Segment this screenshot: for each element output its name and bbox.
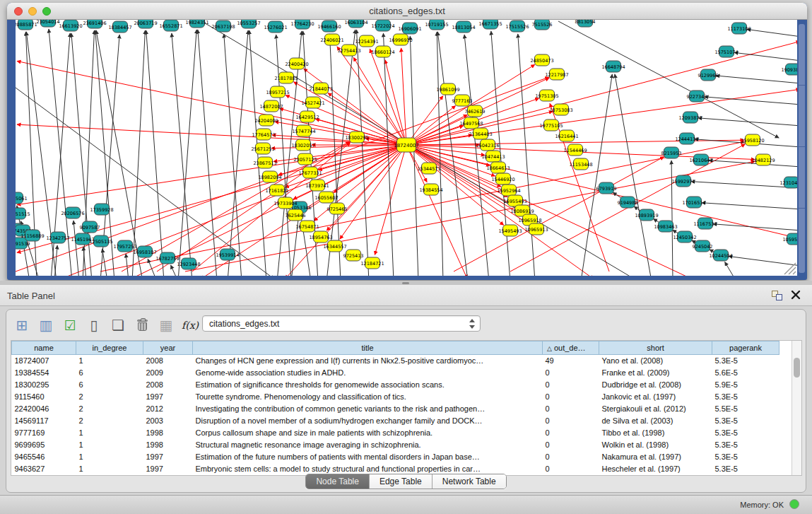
network-node[interactable]: 16063104 bbox=[344, 20, 367, 28]
function-builder-icon[interactable]: f(x) bbox=[180, 315, 200, 335]
table-row[interactable]: 1938455462009Genome-wide association stu… bbox=[12, 367, 779, 379]
network-node[interactable]: 18384457 bbox=[108, 21, 131, 33]
network-node[interactable]: 19093871 bbox=[781, 64, 797, 75]
table-row[interactable]: 946362711997Embryonic stem cells: a mode… bbox=[12, 463, 779, 475]
network-node[interactable]: 15722024 bbox=[371, 20, 394, 31]
table-row[interactable]: 946554611997Estimation of the future num… bbox=[12, 451, 779, 463]
network-node[interactable]: 12444139 bbox=[675, 133, 698, 144]
network-edge[interactable] bbox=[198, 30, 217, 276]
network-edge[interactable] bbox=[178, 30, 196, 276]
delete-trash-icon[interactable] bbox=[132, 315, 152, 335]
network-node[interactable]: 7462619 bbox=[465, 105, 486, 117]
network-edge[interactable] bbox=[132, 30, 145, 276]
column-header-in_degree[interactable]: in_degree bbox=[76, 341, 143, 355]
network-node[interactable]: 11167533 bbox=[693, 218, 717, 229]
network-node[interactable]: 19775105 bbox=[539, 119, 563, 131]
splitter-grip-icon[interactable] bbox=[402, 282, 409, 284]
network-node[interactable]: 15446920 bbox=[491, 173, 514, 185]
tab-edge-table[interactable]: Edge Table bbox=[370, 474, 433, 489]
show-column-icon[interactable]: ▥ bbox=[36, 315, 56, 335]
network-node[interactable]: 10893919 bbox=[635, 209, 658, 221]
network-node[interactable]: 23867513 bbox=[253, 157, 276, 168]
network-edge[interactable] bbox=[725, 262, 736, 276]
network-vertical-scrollbar[interactable] bbox=[799, 24, 805, 273]
network-node[interactable]: 10474413 bbox=[481, 151, 505, 162]
network-node[interactable]: 15495493 bbox=[498, 225, 522, 236]
network-node[interactable]: 12342757 bbox=[46, 232, 69, 243]
network-node[interactable]: 9245042 bbox=[693, 240, 713, 252]
network-edge[interactable] bbox=[172, 33, 192, 276]
network-node[interactable]: 19751305 bbox=[535, 90, 558, 101]
network-node[interactable]: 15344571 bbox=[417, 163, 440, 174]
network-node[interactable]: 21817885 bbox=[274, 72, 298, 83]
column-header-out_de[interactable]: △out_de… bbox=[543, 341, 599, 355]
network-edge[interactable] bbox=[224, 34, 242, 276]
network-selector-dropdown[interactable]: citations_edges.txt bbox=[202, 315, 481, 332]
network-node[interactable]: 18664613 bbox=[486, 162, 510, 173]
network-node[interactable]: 8813054 bbox=[575, 20, 596, 27]
network-node[interactable]: 20637198 bbox=[211, 21, 235, 32]
network-node[interactable]: 9097587 bbox=[80, 221, 100, 233]
table-vertical-scrollbar[interactable] bbox=[792, 341, 801, 475]
network-node[interactable]: 10983463 bbox=[654, 221, 677, 232]
network-node[interactable]: 23054014 bbox=[36, 20, 59, 27]
network-edge[interactable] bbox=[148, 259, 157, 276]
table-row[interactable]: 2242004622012Investigating the contribut… bbox=[12, 403, 779, 415]
network-node[interactable]: 12184721 bbox=[360, 257, 384, 269]
network-node[interactable]: 18739741 bbox=[305, 180, 329, 191]
network-node[interactable]: 18957215 bbox=[266, 86, 289, 98]
network-node[interactable]: 25671251 bbox=[251, 143, 274, 154]
network-node[interactable]: 23691406 bbox=[83, 20, 106, 28]
network-edge[interactable] bbox=[228, 30, 248, 276]
network-edge[interactable] bbox=[581, 74, 612, 276]
network-node[interactable]: 16996910 bbox=[389, 34, 412, 45]
network-edge[interactable] bbox=[671, 160, 673, 276]
network-node[interactable]: 9227343 bbox=[687, 90, 707, 102]
table-row[interactable]: 1872400712008Changes of HCN gene express… bbox=[12, 355, 779, 367]
network-edge[interactable] bbox=[54, 245, 57, 276]
network-node[interactable]: 16906091 bbox=[398, 23, 421, 34]
tab-node-table[interactable]: Node Table bbox=[306, 474, 370, 489]
network-node[interactable]: 9725413 bbox=[343, 250, 364, 261]
network-edge[interactable] bbox=[276, 35, 291, 276]
network-edge[interactable] bbox=[73, 221, 79, 276]
network-node[interactable]: 12093872 bbox=[678, 112, 702, 123]
network-node[interactable]: 18813054 bbox=[452, 21, 475, 33]
column-header-name[interactable]: name bbox=[12, 341, 76, 355]
network-node[interactable]: 17435061 bbox=[16, 192, 28, 204]
network-node[interactable]: 15747744 bbox=[292, 125, 315, 136]
network-node[interactable]: 16216441 bbox=[555, 130, 578, 141]
network-node[interactable]: 14872007 bbox=[259, 100, 283, 112]
network-node[interactable]: 9777163 bbox=[452, 95, 473, 106]
window-titlebar[interactable]: citations_edges.txt bbox=[7, 3, 807, 20]
network-edge[interactable] bbox=[146, 30, 164, 276]
network-node[interactable]: 16648794 bbox=[601, 61, 625, 72]
network-node[interactable]: 17359928 bbox=[90, 204, 113, 215]
network-node[interactable]: 19824351 bbox=[185, 20, 208, 28]
network-node[interactable]: 22406021 bbox=[320, 34, 343, 45]
network-edge[interactable] bbox=[17, 61, 406, 145]
table-row[interactable]: 1830029562008Estimation of significance … bbox=[12, 379, 779, 391]
network-node[interactable]: 11544469 bbox=[563, 144, 587, 156]
network-node[interactable]: 16055607 bbox=[314, 192, 338, 203]
tab-network-table[interactable]: Network Table bbox=[433, 474, 506, 489]
network-node[interactable]: 15751074 bbox=[714, 46, 738, 57]
network-node[interactable]: 7515526 bbox=[532, 20, 553, 30]
table-row[interactable]: 969969511998Structural magnetic resonanc… bbox=[12, 439, 779, 451]
network-node[interactable]: 19861099 bbox=[436, 83, 459, 95]
memory-status-icon[interactable] bbox=[789, 499, 799, 509]
float-window-icon[interactable] bbox=[772, 291, 782, 300]
network-node[interactable]: 17016514 bbox=[682, 197, 705, 208]
network-node[interactable]: 14527421 bbox=[301, 97, 324, 108]
delete-table-icon[interactable]: ▦ bbox=[156, 315, 176, 335]
new-document-icon[interactable]: ❏ bbox=[108, 315, 128, 335]
network-node[interactable]: 16754871 bbox=[295, 221, 319, 232]
network-node[interactable]: 19466160 bbox=[317, 21, 341, 32]
network-edge[interactable] bbox=[100, 141, 744, 271]
network-node[interactable]: 17764230 bbox=[290, 20, 314, 29]
network-edge[interactable] bbox=[340, 145, 406, 239]
scrollbar-thumb[interactable] bbox=[794, 358, 800, 378]
network-node[interactable]: 12254391 bbox=[355, 35, 378, 47]
network-node[interactable]: 18724007 bbox=[394, 138, 419, 152]
network-edge[interactable] bbox=[747, 29, 797, 37]
